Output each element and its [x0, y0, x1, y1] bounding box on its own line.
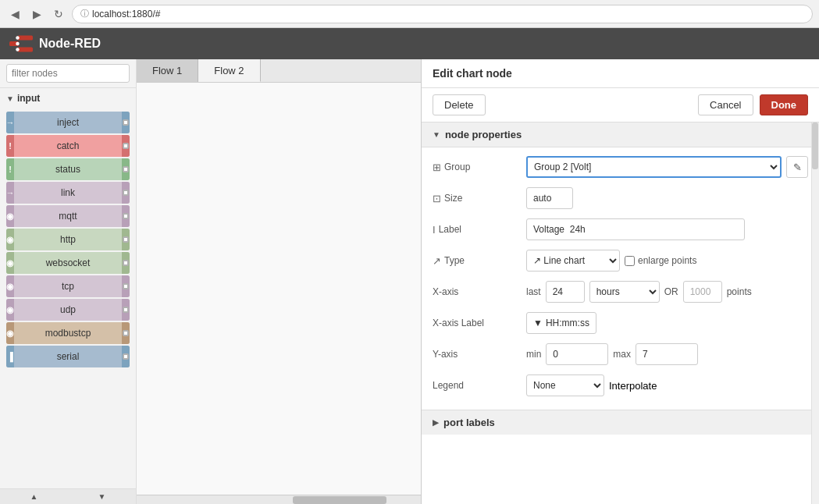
legend-select[interactable]: None	[526, 374, 604, 396]
status-right-port	[122, 158, 130, 180]
label-icon: I	[433, 224, 436, 236]
yaxis-min-input[interactable]	[546, 343, 608, 365]
sidebar-item-tcp[interactable]: ◉ tcp	[6, 275, 130, 297]
group-icon: ⊞	[433, 161, 441, 173]
scroll-down-button[interactable]: ▼	[68, 489, 136, 504]
lock-icon: ⓘ	[80, 8, 89, 20]
scrollbar-track[interactable]	[811, 122, 819, 504]
sidebar-item-serial[interactable]: ▐ serial	[6, 346, 130, 367]
enlarge-points-checkbox[interactable]	[625, 256, 635, 266]
websocket-left-bar: ◉	[6, 252, 14, 274]
delete-button[interactable]: Delete	[433, 94, 486, 115]
section-toggle-icon[interactable]: ▼	[433, 130, 440, 139]
label-label: I Label	[433, 224, 526, 236]
tcp-label: tcp	[14, 281, 122, 292]
link-icon: →	[6, 188, 15, 197]
edit-panel: Edit chart node Delete Cancel Done ▼ nod…	[421, 59, 819, 504]
yaxis-min-label: min	[526, 349, 541, 360]
group-select[interactable]: Group 2 [Volt]	[526, 156, 782, 178]
udp-right-port	[122, 299, 130, 321]
group-label: ⊞ Group	[433, 161, 526, 173]
catch-left-bar: !	[6, 135, 14, 157]
section-label-node-properties: node properties	[445, 129, 522, 140]
canvas-scroll-thumb[interactable]	[293, 496, 386, 504]
sidebar-item-mqtt[interactable]: ◉ mqtt	[6, 205, 130, 227]
xaxis-label-text: X-axis	[433, 286, 458, 297]
sidebar-item-modbustcp[interactable]: ◉ modbustcp	[6, 322, 130, 344]
size-value	[526, 187, 808, 209]
browser-bar: ◀ ▶ ↻ ⓘ localhost:1880/#	[0, 0, 819, 28]
done-button[interactable]: Done	[760, 94, 809, 115]
sidebar-scroll-controls: ▲ ▼	[0, 488, 136, 504]
refresh-button[interactable]: ↻	[50, 5, 67, 23]
last-text: last	[526, 286, 541, 297]
node-properties-section-header: ▼ node properties	[422, 122, 819, 147]
tab-flow1[interactable]: Flow 1	[137, 59, 198, 82]
sidebar-filter[interactable]	[0, 59, 136, 88]
scroll-up-button[interactable]: ▲	[0, 489, 68, 504]
tab-flow2[interactable]: Flow 2	[198, 59, 260, 82]
xaxis-unit-select[interactable]: hours	[589, 281, 660, 303]
sidebar-item-inject[interactable]: → inject	[6, 112, 130, 133]
yaxis-max-input[interactable]	[636, 343, 698, 365]
sidebar-item-link[interactable]: → link	[6, 182, 130, 204]
size-label: ⊡ Size	[433, 193, 526, 204]
prop-row-xaxis-label: X-axis Label ▼ HH:mm:ss	[433, 310, 808, 336]
modbustcp-port-dot	[123, 330, 129, 336]
label-input[interactable]	[526, 218, 745, 240]
sidebar-item-status[interactable]: ! status	[6, 158, 130, 180]
forward-button[interactable]: ▶	[28, 5, 45, 23]
enlarge-points-label[interactable]: enlarge points	[625, 255, 696, 266]
port-labels-toggle-icon[interactable]: ▶	[433, 418, 439, 427]
serial-label: serial	[14, 351, 122, 362]
scrollbar-thumb[interactable]	[812, 122, 818, 169]
prop-row-yaxis: Y-axis min max	[433, 341, 808, 367]
inject-label: inject	[14, 117, 122, 128]
tab-flow1-label: Flow 1	[152, 65, 182, 76]
inject-icon: →	[6, 118, 15, 127]
xaxis-format-dropdown[interactable]: ▼ HH:mm:ss	[526, 312, 596, 334]
inject-left-bar: →	[6, 112, 14, 133]
back-button[interactable]: ◀	[6, 5, 23, 23]
group-value: Group 2 [Volt] ✎	[526, 156, 808, 178]
tcp-port-dot	[123, 283, 129, 289]
mqtt-port-dot	[123, 213, 129, 219]
size-input[interactable]	[526, 187, 573, 209]
xaxis-label-label: X-axis Label	[433, 318, 526, 328]
xaxis-last-input[interactable]	[546, 281, 585, 303]
modbustcp-right-port	[122, 322, 130, 344]
prop-row-xaxis: X-axis last hours OR points	[433, 279, 808, 305]
sidebar-item-websocket[interactable]: ◉ websocket	[6, 252, 130, 274]
prop-row-type: ↗ Type ↗ Line chart enlarge points	[433, 247, 808, 274]
filter-input[interactable]	[6, 64, 130, 83]
xaxis-points-input[interactable]	[683, 281, 722, 303]
section-label: input	[17, 93, 40, 104]
xaxis-label-label-text: X-axis Label	[433, 318, 484, 328]
sidebar-item-catch[interactable]: ! catch	[6, 135, 130, 157]
port-labels-section-label: port labels	[443, 417, 495, 428]
prop-row-size: ⊡ Size	[433, 185, 808, 211]
websocket-icon: ◉	[6, 258, 14, 268]
type-select[interactable]: ↗ Line chart	[526, 250, 620, 272]
catch-label: catch	[14, 140, 122, 151]
interpolate-text: Interpolate	[609, 380, 657, 392]
group-edit-button[interactable]: ✎	[786, 156, 808, 178]
canvas-content[interactable]: ▐ Arduino connected	[137, 83, 421, 495]
link-label: link	[14, 187, 122, 198]
svg-point-4	[16, 36, 20, 40]
canvas-scroll-x[interactable]	[137, 495, 421, 504]
sidebar-item-udp[interactable]: ◉ udp	[6, 299, 130, 321]
websocket-label: websocket	[14, 257, 122, 268]
udp-icon: ◉	[6, 305, 14, 315]
catch-icon: !	[9, 141, 12, 151]
url-bar[interactable]: ⓘ localhost:1880/#	[72, 5, 813, 23]
http-right-port	[122, 229, 130, 250]
yaxis-label: Y-axis	[433, 349, 526, 360]
cancel-button[interactable]: Cancel	[698, 94, 753, 115]
edit-panel-body: ▼ node properties ⊞ Group Group 2 [Volt]…	[422, 122, 819, 504]
modbustcp-left-bar: ◉	[6, 322, 14, 344]
svg-point-3	[16, 42, 20, 46]
catch-right-port	[122, 135, 130, 157]
sidebar-item-http[interactable]: ◉ http	[6, 229, 130, 250]
http-icon: ◉	[6, 235, 14, 245]
